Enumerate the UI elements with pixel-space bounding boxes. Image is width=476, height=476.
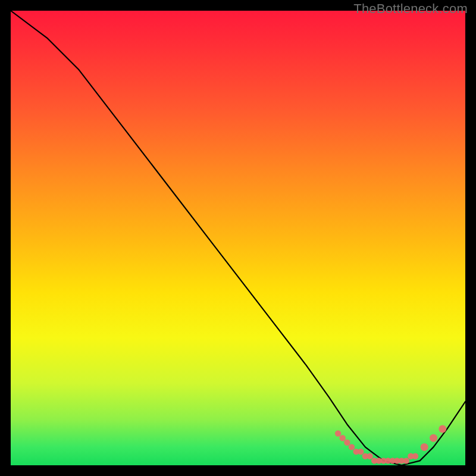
highlight-dot bbox=[335, 430, 341, 436]
highlight-dot bbox=[430, 434, 437, 442]
highlight-dot bbox=[358, 449, 364, 455]
highlight-dot bbox=[403, 458, 409, 464]
highlight-dot bbox=[367, 453, 372, 459]
plot-area bbox=[11, 11, 465, 465]
highlight-dot bbox=[412, 453, 418, 459]
highlight-dot bbox=[340, 435, 346, 441]
bottleneck-curve bbox=[11, 11, 465, 465]
curve-svg bbox=[11, 11, 465, 465]
highlight-dot bbox=[344, 440, 350, 446]
watermark-text: TheBottleneck.com bbox=[353, 1, 468, 17]
chart-frame: TheBottleneck.com bbox=[0, 0, 476, 476]
highlight-dot bbox=[349, 444, 355, 450]
highlight-dot bbox=[439, 425, 446, 433]
highlight-dot bbox=[421, 443, 428, 451]
